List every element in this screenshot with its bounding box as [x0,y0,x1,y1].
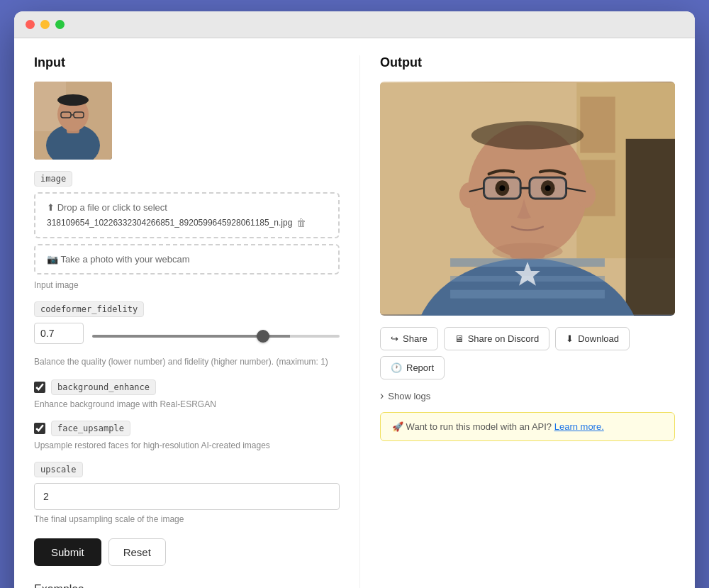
share-discord-button[interactable]: 🖥 Share on Discord [444,327,549,350]
fidelity-slider[interactable] [92,335,340,338]
upload-icon: ⬆ [47,202,55,213]
action-buttons: Submit Reset [34,538,340,566]
close-button[interactable] [26,20,35,29]
svg-point-21 [459,182,479,208]
chevron-icon: › [380,389,384,402]
thumbnail-image [34,82,112,160]
svg-point-35 [492,243,562,260]
api-banner-text: 🚀 Want to run this model with an API? [392,421,552,432]
camera-icon: 📷 [47,254,58,265]
discord-icon: 🖥 [454,333,464,344]
svg-rect-13 [626,139,675,315]
submit-button[interactable]: Submit [34,538,101,566]
file-drop-zone[interactable]: ⬆ Drop a file or click to select 3181096… [34,192,340,238]
download-button[interactable]: ⬇ Download [555,327,630,350]
face-upsample-checkbox[interactable] [34,423,45,434]
fidelity-param-label: codeformer_fidelity [34,301,144,317]
face-upsample-label: face_upsample [51,421,130,436]
upscale-param-label: upscale [34,462,83,477]
svg-point-22 [576,182,596,208]
bg-enhance-checkbox[interactable] [34,382,45,393]
bg-enhance-label: background_enhance [51,379,156,395]
upscale-description: The final upsampling scale of the image [34,514,340,524]
share-icon: ↪ [391,333,398,344]
api-learn-more-link[interactable]: Learn more. [554,421,604,432]
bg-enhance-row: background_enhance [34,379,340,395]
fidelity-number-input[interactable] [34,323,84,344]
output-action-buttons: ↪ Share 🖥 Share on Discord ⬇ Download 🕐 … [380,327,675,379]
upscale-input[interactable] [34,483,340,510]
svg-rect-11 [580,96,615,152]
download-icon: ⬇ [566,333,574,344]
report-icon: 🕐 [391,362,402,373]
output-section-title: Output [380,55,675,70]
output-panel: Output [360,55,675,588]
input-panel: Input [34,55,360,588]
svg-point-33 [499,185,505,191]
face-upsample-row: face_upsample [34,421,340,436]
bg-enhance-description: Enhance background image with Real-ESRGA… [34,399,340,409]
face-upsample-description: Upsample restored faces for high-resolut… [34,440,340,450]
fidelity-description: Balance the quality (lower number) and f… [34,355,340,368]
drop-zone-text: ⬆ Drop a file or click to select [47,202,327,213]
share-button[interactable]: ↪ Share [380,327,438,350]
examples-label: Examples [34,583,340,588]
maximize-button[interactable] [55,20,65,29]
input-image-hint: Input image [34,280,340,290]
fidelity-slider-row [34,323,340,350]
svg-rect-17 [450,290,605,299]
app-window: Input [14,11,695,588]
title-bar [14,11,695,38]
reset-button[interactable]: Reset [108,538,166,566]
input-thumbnail [34,82,112,160]
output-image-container [380,82,675,316]
webcam-zone[interactable]: 📷 Take a photo with your webcam [34,244,340,274]
api-banner: 🚀 Want to run this model with an API? Le… [380,412,675,441]
svg-point-23 [471,121,584,150]
output-image [380,82,675,316]
file-name-row: 318109654_10226332304266851_892059964592… [47,217,327,228]
svg-point-34 [545,185,551,191]
file-name: 318109654_10226332304266851_892059964592… [47,218,292,228]
input-section-title: Input [34,55,340,70]
svg-point-8 [57,94,89,106]
delete-file-icon[interactable]: 🗑 [296,217,306,228]
report-button[interactable]: 🕐 Report [380,356,445,379]
image-param-label: image [34,171,72,187]
minimize-button[interactable] [40,20,50,29]
show-logs-row[interactable]: › Show logs [380,389,675,402]
main-content: Input [14,38,695,588]
